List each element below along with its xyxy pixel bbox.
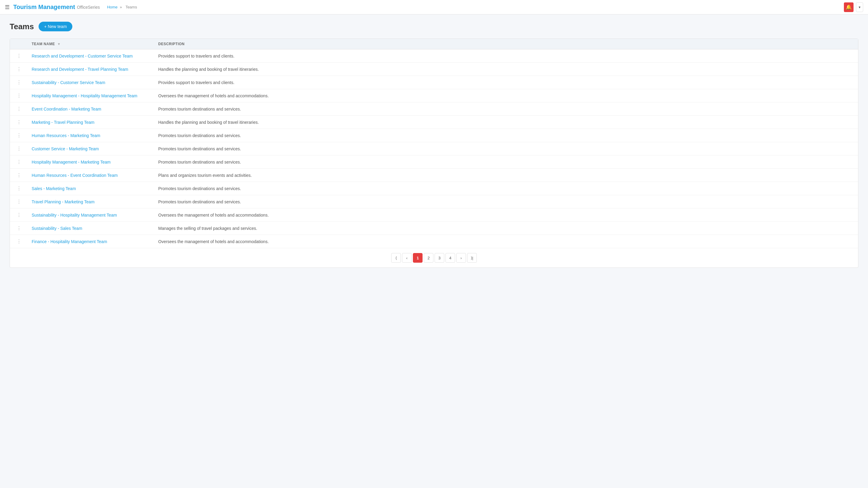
row-menu-dots[interactable]: ⋮ xyxy=(10,182,28,195)
pagination-next[interactable]: › xyxy=(456,253,466,263)
row-menu-dots[interactable]: ⋮ xyxy=(10,142,28,156)
filter-icon[interactable]: ▼ xyxy=(57,42,61,46)
row-menu-dots[interactable]: ⋮ xyxy=(10,169,28,182)
row-menu-dots[interactable]: ⋮ xyxy=(10,156,28,169)
breadcrumb-home[interactable]: Home xyxy=(107,5,118,9)
team-name-link[interactable]: Hospitality Management - Hospitality Man… xyxy=(32,93,137,98)
table-row: ⋮Sustainability - Sales TeamManages the … xyxy=(10,222,858,235)
app-subtitle: OfficeSeries xyxy=(77,5,100,10)
team-name-link[interactable]: Research and Development - Travel Planni… xyxy=(32,67,128,72)
team-name-link[interactable]: Sales - Marketing Team xyxy=(32,186,76,191)
row-menu-dots[interactable]: ⋮ xyxy=(10,89,28,102)
row-menu-dots[interactable]: ⋮ xyxy=(10,102,28,116)
table-row: ⋮Human Resources - Marketing TeamPromote… xyxy=(10,129,858,142)
app-header: ☰ Tourism Management OfficeSeries Home »… xyxy=(0,0,868,14)
table-row: ⋮Research and Development - Travel Plann… xyxy=(10,63,858,76)
app-title: Tourism Management xyxy=(13,4,75,10)
team-description: Plans and organizes tourism events and a… xyxy=(155,169,858,182)
row-menu-dots[interactable]: ⋮ xyxy=(10,129,28,142)
page-header: Teams + New team xyxy=(10,22,858,31)
table-row: ⋮Finance - Hospitality Management TeamOv… xyxy=(10,235,858,248)
team-name-link[interactable]: Travel Planning - Marketing Team xyxy=(32,199,95,204)
row-menu-dots[interactable]: ⋮ xyxy=(10,116,28,129)
page-content: Teams + New team TEAM NAME ▼ DESCRIPTION… xyxy=(0,14,868,275)
team-name-link[interactable]: Sustainability - Sales Team xyxy=(32,226,82,231)
pagination-page-3[interactable]: 3 xyxy=(435,253,444,263)
team-name-link[interactable]: Research and Development - Customer Serv… xyxy=(32,54,133,59)
team-name-link[interactable]: Human Resources - Event Coordination Tea… xyxy=(32,173,118,178)
team-name-link[interactable]: Customer Service - Marketing Team xyxy=(32,147,99,151)
pagination-prev[interactable]: ‹ xyxy=(402,253,412,263)
col-actions-header xyxy=(10,39,28,50)
table-row: ⋮Sustainability - Customer Service TeamP… xyxy=(10,76,858,89)
table-row: ⋮Hospitality Management - Marketing Team… xyxy=(10,156,858,169)
team-name-link[interactable]: Human Resources - Marketing Team xyxy=(32,133,100,138)
teams-table: TEAM NAME ▼ DESCRIPTION ⋮Research and De… xyxy=(10,39,858,248)
team-description: Oversees the management of hotels and ac… xyxy=(155,235,858,248)
row-menu-dots[interactable]: ⋮ xyxy=(10,208,28,222)
breadcrumb: Home » Teams xyxy=(107,5,138,9)
table-row: ⋮Research and Development - Customer Ser… xyxy=(10,50,858,63)
team-name-link[interactable]: Event Coordination - Marketing Team xyxy=(32,107,101,111)
table-body: ⋮Research and Development - Customer Ser… xyxy=(10,50,858,248)
table-row: ⋮Sales - Marketing TeamPromotes tourism … xyxy=(10,182,858,195)
team-description: Provides support to travelers and client… xyxy=(155,50,858,63)
notification-button[interactable]: 🔔 xyxy=(844,2,854,12)
pagination-page-1[interactable]: 1 xyxy=(413,253,423,263)
header-actions: 🔔 ▾ xyxy=(844,2,863,12)
team-description: Promotes tourism destinations and servic… xyxy=(155,129,858,142)
row-menu-dots[interactable]: ⋮ xyxy=(10,222,28,235)
row-menu-dots[interactable]: ⋮ xyxy=(10,195,28,208)
team-name-link[interactable]: Finance - Hospitality Management Team xyxy=(32,239,107,244)
team-description: Promotes tourism destinations and servic… xyxy=(155,195,858,208)
team-description: Promotes tourism destinations and servic… xyxy=(155,182,858,195)
breadcrumb-current: Teams xyxy=(125,5,137,9)
team-name-link[interactable]: Sustainability - Customer Service Team xyxy=(32,80,105,85)
new-team-button[interactable]: + New team xyxy=(38,22,72,31)
team-description: Manages the selling of travel packages a… xyxy=(155,222,858,235)
team-name-link[interactable]: Sustainability - Hospitality Management … xyxy=(32,213,117,218)
team-name-link[interactable]: Marketing - Travel Planning Team xyxy=(32,120,94,125)
page-title: Teams xyxy=(10,22,34,31)
table-row: ⋮Event Coordination - Marketing TeamProm… xyxy=(10,102,858,116)
row-menu-dots[interactable]: ⋮ xyxy=(10,50,28,63)
team-description: Oversees the management of hotels and ac… xyxy=(155,89,858,102)
hamburger-icon[interactable]: ☰ xyxy=(5,4,10,10)
team-name-link[interactable]: Hospitality Management - Marketing Team xyxy=(32,160,111,164)
team-description: Promotes tourism destinations and servic… xyxy=(155,102,858,116)
team-description: Promotes tourism destinations and servic… xyxy=(155,142,858,156)
teams-table-container: TEAM NAME ▼ DESCRIPTION ⋮Research and De… xyxy=(10,38,858,268)
pagination-page-4[interactable]: 4 xyxy=(445,253,455,263)
table-row: ⋮Marketing - Travel Planning TeamHandles… xyxy=(10,116,858,129)
row-menu-dots[interactable]: ⋮ xyxy=(10,76,28,89)
table-row: ⋮Hospitality Management - Hospitality Ma… xyxy=(10,89,858,102)
table-header-row: TEAM NAME ▼ DESCRIPTION xyxy=(10,39,858,50)
pagination: ⟨ ‹ 1 2 3 4 › ⟩| xyxy=(10,248,858,267)
pagination-first[interactable]: ⟨ xyxy=(391,253,401,263)
team-description: Provides support to travelers and client… xyxy=(155,76,858,89)
pagination-page-2[interactable]: 2 xyxy=(424,253,433,263)
row-menu-dots[interactable]: ⋮ xyxy=(10,235,28,248)
team-description: Promotes tourism destinations and servic… xyxy=(155,156,858,169)
col-description-header: DESCRIPTION xyxy=(155,39,858,50)
team-description: Oversees the management of hotels and ac… xyxy=(155,208,858,222)
user-dropdown-button[interactable]: ▾ xyxy=(856,2,863,12)
team-description: Handles the planning and booking of trav… xyxy=(155,116,858,129)
col-team-name-header: TEAM NAME ▼ xyxy=(28,39,155,50)
pagination-last[interactable]: ⟩| xyxy=(467,253,477,263)
team-description: Handles the planning and booking of trav… xyxy=(155,63,858,76)
table-row: ⋮Travel Planning - Marketing TeamPromote… xyxy=(10,195,858,208)
table-row: ⋮Sustainability - Hospitality Management… xyxy=(10,208,858,222)
row-menu-dots[interactable]: ⋮ xyxy=(10,63,28,76)
breadcrumb-separator: » xyxy=(120,5,122,9)
table-row: ⋮Human Resources - Event Coordination Te… xyxy=(10,169,858,182)
table-row: ⋮Customer Service - Marketing TeamPromot… xyxy=(10,142,858,156)
